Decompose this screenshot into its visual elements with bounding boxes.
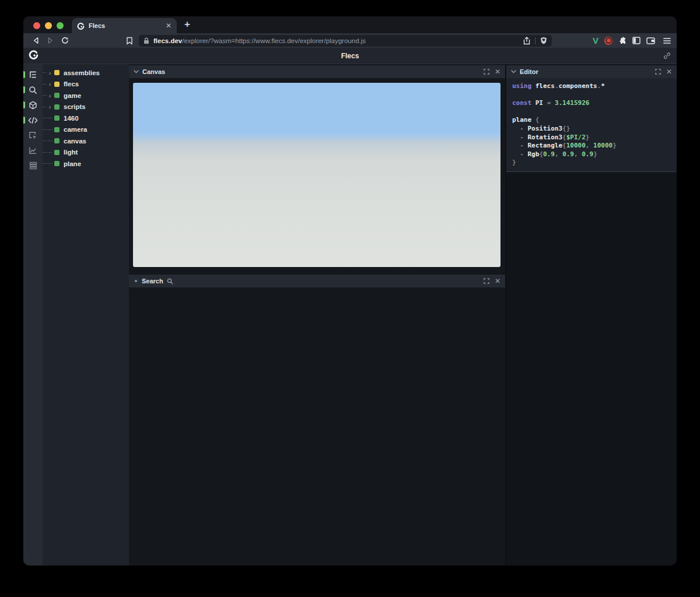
tree-item-label: assemblies (64, 69, 100, 76)
rail-item-rows[interactable] (23, 158, 43, 173)
rail-item-entity-tree[interactable] (23, 67, 43, 82)
code-line: - Rotation3{$PI/2} (512, 134, 677, 142)
code-line: const PI = 3.1415926 (512, 99, 677, 108)
rail-item-stats[interactable] (23, 143, 43, 158)
tree-guide-line (43, 163, 47, 164)
tree-item-scripts[interactable]: ›scripts (43, 101, 129, 113)
back-button[interactable] (30, 37, 41, 44)
search-icon (29, 86, 37, 94)
browser-menu-icon[interactable] (663, 37, 671, 44)
search-panel-title: Search (142, 278, 163, 285)
extensions-puzzle-icon[interactable] (618, 37, 626, 45)
tree-guide-line (43, 152, 47, 153)
rail-item-inspect[interactable] (23, 128, 43, 143)
chevron-down-icon[interactable] (134, 70, 139, 73)
flecs-logo-icon (29, 50, 38, 59)
tree-guide-line (43, 95, 47, 96)
tree-guide-line (47, 129, 53, 130)
browser-tab[interactable]: Flecs ✕ (72, 18, 177, 33)
tree-item-canvas[interactable]: canvas (43, 135, 129, 147)
icon-rail (23, 64, 43, 566)
expand-chevron-icon[interactable]: › (47, 69, 53, 76)
rail-item-entities[interactable] (23, 97, 43, 113)
tree-item-game[interactable]: ›game (43, 90, 129, 101)
tree-guide-line (43, 129, 47, 130)
new-tab-button[interactable]: + (184, 19, 190, 30)
sidebar-toggle-icon[interactable] (632, 37, 640, 44)
bookmark-icon[interactable] (126, 37, 133, 45)
traffic-lights (23, 22, 64, 33)
entity-square-icon (54, 115, 60, 121)
reload-button[interactable] (59, 37, 71, 44)
close-icon[interactable]: ✕ (495, 68, 501, 75)
tree-item-camera[interactable]: camera (43, 124, 129, 136)
wallet-icon[interactable] (646, 37, 655, 44)
tree-item-label: scripts (64, 103, 86, 110)
lock-icon (144, 37, 149, 44)
collapsed-indicator-icon[interactable] (135, 280, 137, 282)
rows-icon (29, 161, 37, 170)
entity-tree-panel: ›assemblies›flecs›game›scripts1460camera… (43, 64, 129, 566)
zoom-window-button[interactable] (57, 22, 64, 29)
tab-close-icon[interactable]: ✕ (166, 22, 172, 29)
editor-panel-title: Editor (520, 68, 538, 75)
url-bar[interactable]: flecs.dev/explorer/?wasm=https://www.fle… (139, 35, 552, 47)
tree-item-plane[interactable]: plane (43, 158, 129, 170)
main-area: Canvas ✕ Search (129, 64, 677, 566)
red-extension-icon[interactable] (604, 37, 612, 45)
browser-toolbar: flecs.dev/explorer/?wasm=https://www.fle… (23, 33, 677, 48)
code-editor[interactable]: using flecs.components.* const PI = 3.14… (506, 78, 677, 172)
entity-square-icon (54, 82, 60, 87)
code-line: } (512, 159, 677, 167)
entity-square-icon (54, 70, 60, 75)
vue-devtools-extension-icon[interactable]: V (593, 36, 598, 45)
fullscreen-icon[interactable] (484, 69, 489, 75)
entity-square-icon (54, 93, 60, 98)
tree-item-label: game (64, 92, 81, 99)
forward-button[interactable] (44, 37, 56, 44)
brave-shield-icon[interactable] (540, 37, 547, 44)
tree-item-light[interactable]: light (43, 147, 129, 159)
tree-item-label: flecs (64, 80, 79, 87)
tree-item-label: canvas (64, 138, 86, 145)
tab-title: Flecs (89, 22, 166, 29)
tree-guide-line (43, 141, 47, 141)
entities-icon (29, 101, 37, 110)
fullscreen-icon[interactable] (655, 69, 661, 75)
active-indicator (23, 86, 25, 93)
close-icon[interactable]: ✕ (666, 68, 672, 75)
search-panel-header: Search ✕ (129, 275, 505, 287)
tree-guide-line (47, 118, 53, 118)
share-link-icon[interactable] (663, 52, 671, 59)
close-window-button[interactable] (33, 22, 40, 29)
close-icon[interactable]: ✕ (495, 278, 501, 285)
active-indicator (23, 101, 25, 108)
tree-guide-line (43, 118, 47, 118)
tree-guide-line (47, 163, 53, 164)
tree-item-1460[interactable]: 1460 (43, 113, 129, 124)
entity-square-icon (54, 127, 60, 132)
app-header: Flecs (23, 48, 677, 64)
3d-canvas-viewport[interactable] (133, 83, 501, 267)
expand-chevron-icon[interactable]: › (47, 103, 53, 110)
tree-guide-line (43, 72, 47, 73)
rail-item-code[interactable] (23, 113, 43, 128)
entity-square-icon (54, 150, 60, 155)
minimize-window-button[interactable] (45, 22, 52, 29)
tree-guide-line (47, 152, 53, 153)
chevron-down-icon[interactable] (511, 70, 516, 73)
expand-chevron-icon[interactable]: › (47, 80, 53, 87)
share-icon[interactable] (523, 37, 530, 45)
tree-item-label: 1460 (64, 115, 79, 122)
tree-item-flecs[interactable]: ›flecs (43, 79, 129, 90)
rail-item-search[interactable] (23, 82, 43, 97)
fullscreen-icon[interactable] (484, 278, 489, 284)
canvas-panel-header: Canvas ✕ (129, 65, 505, 78)
tree-item-label: light (64, 149, 78, 156)
expand-chevron-icon[interactable]: › (47, 92, 53, 99)
code-line: plane { (512, 116, 677, 125)
code-line (512, 91, 677, 100)
url-path: /explorer/?wasm=https://www.flecs.dev/ex… (182, 37, 366, 44)
entity-square-icon (54, 138, 60, 143)
tree-item-assemblies[interactable]: ›assemblies (43, 67, 129, 79)
